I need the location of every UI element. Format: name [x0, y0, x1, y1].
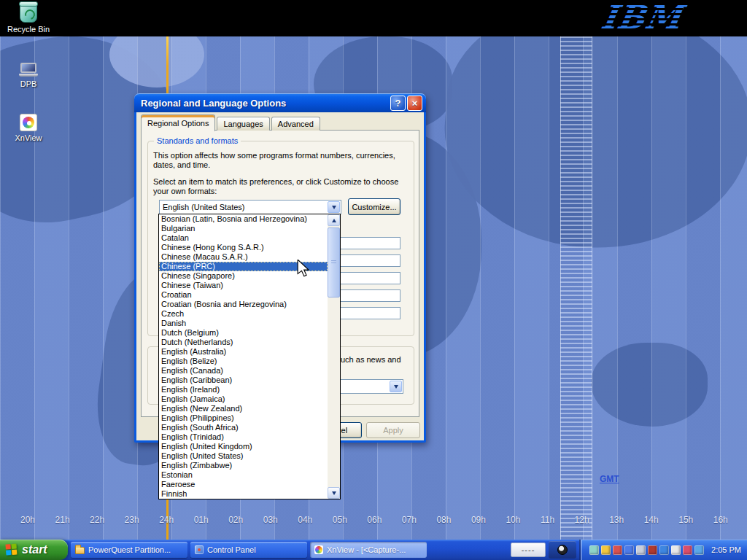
control-panel-icon — [195, 545, 204, 554]
taskbar: start PowerQuest Partition...Control Pan… — [0, 540, 747, 560]
language-option[interactable]: English (South Africa) — [159, 423, 328, 432]
language-option[interactable]: Catalan — [159, 233, 328, 243]
recycle-bin-icon — [20, 3, 37, 23]
timezone-label: 11h — [541, 515, 554, 525]
ibm-logo: IBM — [598, 0, 684, 35]
tray-icon-2[interactable] — [601, 545, 611, 555]
language-option[interactable]: English (Jamaica) — [159, 394, 328, 404]
standards-instruction: Select an item to match its preferences,… — [153, 177, 401, 196]
scroll-up-icon[interactable] — [328, 214, 340, 226]
tab-regional-options[interactable]: Regional Options — [141, 114, 215, 131]
timezone-label: 24h — [159, 515, 174, 525]
xnview-icon — [20, 114, 37, 131]
xnview-icon — [314, 545, 323, 554]
scroll-down-icon[interactable] — [328, 487, 340, 499]
dropdown-arrow-icon[interactable] — [390, 381, 402, 392]
timezone-label: 05h — [333, 515, 347, 525]
tray-icon-1[interactable] — [589, 545, 599, 555]
tray-icon-9[interactable] — [683, 545, 692, 555]
timezone-label: 14h — [644, 515, 659, 525]
folder-icon — [75, 547, 85, 554]
language-option[interactable]: Czech — [159, 309, 328, 319]
tray-icon-3[interactable] — [613, 545, 622, 555]
help-button[interactable]: ? — [390, 96, 406, 111]
group-caption: Standards and formats — [154, 136, 241, 145]
standards-description: This option affects how some programs fo… — [153, 151, 401, 170]
taskbar-task-button[interactable]: XnView - [<Capture-... — [310, 542, 427, 558]
desktop-icon-recycle-bin[interactable]: Recycle Bin — [0, 3, 57, 34]
language-option[interactable]: English (Belize) — [159, 357, 328, 366]
location-description-fragment: uch as news and — [341, 355, 414, 365]
mouse-cursor — [296, 260, 309, 280]
language-option[interactable]: Finnish — [159, 489, 328, 499]
timezone-labels-row: 20h21h22h23h24h01h02h03h04h05h06h07h08h0… — [0, 515, 747, 525]
tray-icon-4[interactable] — [624, 545, 634, 555]
task-label: Control Panel — [207, 545, 256, 554]
language-option[interactable]: English (Philippines) — [159, 413, 328, 423]
language-option[interactable]: English (New Zealand) — [159, 404, 328, 413]
language-option[interactable]: Bosnian (Latin, Bosnia and Herzegovina) — [159, 214, 328, 224]
start-button[interactable]: start — [0, 540, 68, 560]
taskbar-overflow-button[interactable]: ---- — [511, 542, 546, 557]
desktop-icon-xnview[interactable]: XnView — [0, 114, 57, 142]
language-option[interactable]: English (Ireland) — [159, 385, 328, 394]
language-option[interactable]: English (Canada) — [159, 366, 328, 376]
desktop-icon-label: XnView — [0, 133, 57, 142]
timezone-label: 07h — [402, 515, 417, 525]
taskbar-task-button[interactable]: Control Panel — [190, 542, 307, 558]
taskbar-icon-button[interactable] — [549, 541, 576, 559]
language-option[interactable]: English (Caribbean) — [159, 376, 328, 385]
tray-icons — [589, 545, 704, 555]
tray-icon-10[interactable] — [694, 545, 704, 555]
language-option[interactable]: Croatian — [159, 290, 328, 300]
tray-icon-6[interactable] — [648, 545, 657, 555]
language-option[interactable]: Danish — [159, 319, 328, 328]
timezone-label: 21h — [55, 515, 70, 525]
dropdown-arrow-icon[interactable] — [328, 201, 340, 213]
tab-strip: Regional Options Languages Advanced — [141, 114, 322, 131]
tray-icon-5[interactable] — [636, 545, 646, 555]
tray-icon-7[interactable] — [659, 545, 669, 555]
timezone-label: 16h — [713, 515, 728, 525]
format-combobox[interactable]: English (United States) — [159, 200, 341, 214]
tab-advanced[interactable]: Advanced — [271, 117, 320, 131]
apply-button[interactable]: Apply — [366, 422, 420, 438]
close-button[interactable]: × — [407, 96, 422, 111]
timezone-label: 08h — [436, 515, 451, 525]
gmt-band — [560, 36, 592, 540]
taskbar-task-button[interactable]: PowerQuest Partition... — [71, 542, 187, 558]
scrollbar-thumb[interactable] — [328, 228, 340, 298]
language-option[interactable]: Dutch (Belgium) — [159, 328, 328, 338]
start-label: start — [22, 543, 47, 556]
language-option[interactable]: English (Trinidad) — [159, 432, 328, 442]
laptop-icon — [19, 63, 38, 77]
scrollbar[interactable] — [328, 214, 340, 499]
top-banner: IBM — [0, 0, 747, 36]
desktop-icon-label: DPB — [0, 79, 57, 88]
desktop-icon-dpb[interactable]: DPB — [0, 63, 57, 88]
language-option[interactable]: English (United Kingdom) — [159, 442, 328, 451]
timezone-label: 06h — [367, 515, 382, 525]
task-label: XnView - [<Capture-... — [327, 545, 406, 554]
dialog-title: Regional and Language Options — [141, 98, 389, 109]
dialog-titlebar[interactable]: Regional and Language Options ? × — [134, 93, 426, 112]
tray-icon-8[interactable] — [671, 545, 681, 555]
language-option[interactable]: Chinese (Taiwan) — [159, 281, 328, 290]
language-option[interactable]: Faeroese — [159, 480, 328, 489]
language-option[interactable]: English (Australia) — [159, 347, 328, 357]
language-option[interactable]: Bulgarian — [159, 224, 328, 233]
customize-button[interactable]: Customize... — [348, 198, 400, 215]
language-option[interactable]: English (Zimbabwe) — [159, 461, 328, 470]
timezone-label: 22h — [90, 515, 104, 525]
system-tray: 2:05 PM — [579, 540, 747, 560]
tab-languages[interactable]: Languages — [217, 117, 269, 131]
language-option[interactable]: Dutch (Netherlands) — [159, 338, 328, 347]
language-list: Bosnian (Latin, Bosnia and Herzegovina)B… — [158, 214, 341, 499]
timezone-label: 23h — [125, 515, 139, 525]
language-option[interactable]: Estonian — [159, 470, 328, 480]
language-option[interactable]: Croatian (Bosnia and Herzegovina) — [159, 300, 328, 309]
timezone-label: 02h — [228, 515, 243, 525]
language-option[interactable]: Chinese (Hong Kong S.A.R.) — [159, 243, 328, 252]
language-option[interactable]: English (United States) — [159, 451, 328, 461]
taskbar-clock[interactable]: 2:05 PM — [711, 545, 741, 554]
